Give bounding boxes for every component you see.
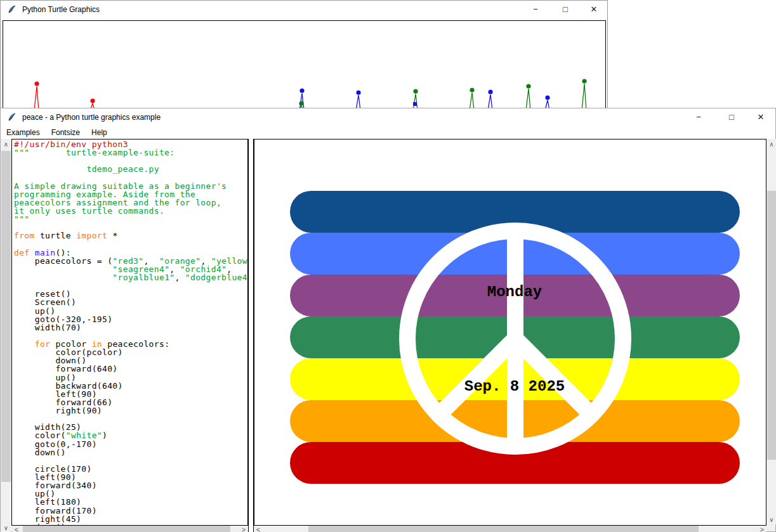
tree-dot: [488, 89, 492, 94]
tree-shape: [34, 86, 39, 110]
peace-window: peace - a Python turtle graphics example…: [0, 108, 776, 532]
day-label: Monday: [487, 283, 542, 301]
menu-fontsize[interactable]: Fontsize: [46, 126, 86, 139]
scroll-down-icon[interactable]: ∨: [1, 522, 11, 532]
peace-drawing: Monday Sep. 8 2025: [254, 139, 766, 525]
code-line: down(): [14, 448, 248, 457]
canvas-vertical-scrollbar[interactable]: ∧ ∨: [766, 139, 776, 524]
close-button[interactable]: ✕: [750, 108, 772, 126]
peace-drawing-canvas: Monday Sep. 8 2025: [254, 139, 766, 526]
code-line: """ turtle-example-suite:: [14, 148, 248, 157]
tk-feather-icon: [7, 112, 17, 122]
tree-shape: [526, 89, 530, 110]
scrollbar-thumb[interactable]: [308, 526, 699, 532]
peace-window-titlebar[interactable]: peace - a Python turtle graphics example…: [1, 108, 775, 126]
scrollbar-thumb[interactable]: [23, 526, 230, 532]
menu-examples[interactable]: Examples: [1, 126, 46, 139]
tree-dot: [299, 88, 304, 93]
code-line: width(70): [14, 323, 248, 332]
scroll-up-icon[interactable]: ∧: [766, 139, 776, 149]
canvas-horizontal-scrollbar[interactable]: < >: [254, 526, 766, 532]
tree-dot: [34, 81, 39, 86]
turtle-graphics-canvas: [3, 20, 606, 112]
tree-shape: [582, 84, 586, 110]
tree-dot: [470, 88, 474, 92]
code-line: tdemo_peace.py: [14, 165, 248, 173]
turtle-marker: [413, 102, 417, 106]
date-label: Sep. 8 2025: [464, 378, 565, 395]
scroll-down-icon[interactable]: ∨: [766, 514, 776, 524]
pane-sash[interactable]: [248, 139, 254, 532]
scroll-right-icon[interactable]: >: [239, 526, 248, 532]
tree-dot: [299, 101, 303, 105]
window-title: peace - a Python turtle graphics example: [22, 113, 161, 122]
scrollbar-thumb[interactable]: [767, 191, 776, 460]
code-horizontal-scrollbar[interactable]: < >: [12, 526, 248, 532]
scroll-right-icon[interactable]: >: [758, 526, 766, 532]
turtle-trees-drawing: [3, 21, 605, 111]
turtle-graphics-window: Python Turtle Graphics − □ ✕: [0, 0, 608, 112]
code-line: right(90): [14, 406, 248, 415]
menubar: Examples Fontsize Help: [1, 126, 775, 139]
tree-dot: [356, 90, 360, 94]
minimize-button[interactable]: −: [688, 108, 709, 126]
desktop: Python Turtle Graphics − □ ✕ peace - a P…: [0, 0, 776, 532]
code-line: it only uses turtle commands.: [14, 207, 248, 215]
maximize-button[interactable]: □: [721, 108, 742, 126]
tree-dot: [413, 89, 418, 93]
code-vertical-scrollbar[interactable]: ∧ ∨: [1, 139, 11, 532]
maximize-button[interactable]: □: [555, 1, 576, 18]
code-line: "royalblue1", "dodgerblue4"): [14, 273, 248, 282]
scroll-up-icon[interactable]: ∧: [1, 139, 11, 149]
menu-help[interactable]: Help: [86, 126, 113, 139]
source-code-text: #!/usr/bin/env python3""" turtle-example…: [14, 140, 248, 526]
scroll-left-icon[interactable]: <: [254, 526, 263, 532]
window-title: Python Turtle Graphics: [22, 5, 100, 14]
minimize-button[interactable]: −: [525, 1, 546, 18]
scrollbar-thumb[interactable]: [1, 151, 11, 482]
tree-dot: [545, 95, 549, 100]
tree-dot: [90, 98, 95, 103]
code-line: """: [14, 215, 248, 223]
code-line: from turtle import *: [14, 231, 248, 240]
scroll-left-icon[interactable]: <: [12, 526, 21, 532]
tree-dot: [582, 79, 586, 83]
turtle-window-titlebar[interactable]: Python Turtle Graphics − □ ✕: [1, 1, 607, 18]
source-code-pane[interactable]: #!/usr/bin/env python3""" turtle-example…: [11, 139, 248, 526]
close-button[interactable]: ✕: [583, 1, 605, 18]
peace-window-content: ∧ ∨ #!/usr/bin/env python3""" turtle-exa…: [1, 139, 775, 531]
tree-dot: [526, 84, 530, 88]
tk-feather-icon: [7, 4, 17, 15]
